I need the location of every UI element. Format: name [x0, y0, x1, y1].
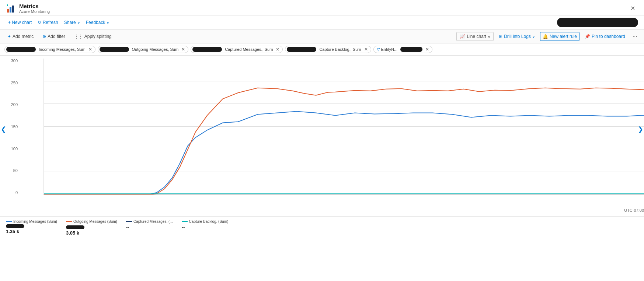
add-filter-icon: ⊕: [42, 34, 46, 39]
legend-item-captured: Captured Messages. (... --: [126, 219, 173, 230]
new-alert-label: New alert rule: [550, 34, 577, 39]
red-line: [44, 88, 644, 194]
outgoing-label: Outgoing Messages, Sum: [132, 47, 179, 52]
apply-splitting-label: Apply splitting: [84, 34, 112, 39]
chart-wrapper: 0 50 100 150 200 250 300: [0, 59, 644, 206]
add-filter-label: Add filter: [48, 34, 65, 39]
incoming-close-button[interactable]: ✕: [88, 47, 92, 52]
metrics-toolbar: ✦ Add metric ⊕ Add filter ⋮⋮ Apply split…: [0, 30, 644, 43]
svg-rect-0: [7, 9, 9, 13]
add-metric-button[interactable]: ✦ Add metric: [4, 32, 36, 41]
top-toolbar: + New chart ↻ Refresh Share ∨ Feedback ∨: [0, 15, 644, 30]
app-title-block: Metrics Azure Monitoring: [19, 3, 50, 14]
outgoing-redacted: [100, 47, 129, 52]
outgoing-close-button[interactable]: ✕: [181, 47, 185, 52]
drill-chevron: ∨: [532, 35, 535, 39]
legend-area: Incoming Messages (Sum) 1.35 k Outgoing …: [0, 216, 644, 239]
app-icon: [6, 3, 16, 14]
filter-icon: ▽: [377, 47, 380, 52]
refresh-button[interactable]: ↻ Refresh: [35, 18, 60, 27]
app-info: Metrics Azure Monitoring: [6, 3, 50, 14]
outgoing-legend-redacted: [66, 225, 84, 229]
metric-tag-incoming: Incoming Messages, Sum ✕: [4, 46, 95, 53]
add-filter-button[interactable]: ⊕ Add filter: [39, 32, 68, 41]
legend-item-incoming: Incoming Messages (Sum) 1.35 k: [6, 219, 57, 234]
chart-plot: 7:40: [43, 59, 644, 195]
legend-header-captured: Captured Messages. (...: [126, 219, 173, 224]
outgoing-legend-value: 3.05 k: [66, 230, 117, 236]
drill-icon: ⊞: [499, 34, 502, 39]
entity-label: EntityN...: [381, 47, 398, 52]
backlog-label: Capture Backlog., Sum: [319, 47, 361, 52]
y-label-0: 0: [0, 190, 21, 195]
incoming-legend-redacted: [6, 224, 24, 228]
svg-rect-3: [7, 4, 8, 6]
outgoing-legend-label: Outgoing Messages (Sum): [73, 219, 117, 224]
backlog-redacted: [287, 47, 316, 52]
entity-redacted: [400, 47, 422, 52]
legend-header-incoming: Incoming Messages (Sum): [6, 219, 57, 224]
app-subtitle: Azure Monitoring: [19, 9, 50, 14]
captured-close-button[interactable]: ✕: [276, 47, 279, 52]
captured-label: Captured Messages., Sum: [225, 47, 273, 52]
filter-bar: Incoming Messages, Sum ✕ Outgoing Messag…: [0, 43, 644, 56]
new-alert-rule-button[interactable]: 🔔 New alert rule: [540, 32, 579, 41]
drill-label: Drill into Logs: [504, 34, 531, 39]
metrics-toolbar-right: 📈 Line chart ∨ ⊞ Drill into Logs ∨ 🔔 New…: [456, 32, 640, 41]
legend-header-outgoing: Outgoing Messages (Sum): [66, 219, 117, 224]
svg-rect-1: [10, 7, 11, 13]
entity-close-button[interactable]: ✕: [425, 47, 429, 52]
splitting-icon: ⋮⋮: [74, 34, 83, 39]
incoming-legend-value: 1.35 k: [6, 229, 57, 234]
new-chart-button[interactable]: + New chart: [6, 18, 34, 27]
more-options-button[interactable]: ···: [630, 32, 640, 41]
captured-color-bar: [126, 221, 132, 222]
svg-rect-2: [12, 6, 14, 13]
pin-label: Pin to dashboard: [592, 34, 625, 39]
add-metric-label: Add metric: [13, 34, 34, 39]
backlog-close-button[interactable]: ✕: [364, 47, 368, 52]
metric-tag-outgoing: Outgoing Messages, Sum ✕: [98, 46, 189, 53]
share-button[interactable]: Share ∨: [62, 18, 82, 27]
incoming-label: Incoming Messages, Sum: [39, 47, 86, 52]
apply-splitting-button[interactable]: ⋮⋮ Apply splitting: [71, 32, 115, 41]
line-chart-button[interactable]: 📈 Line chart ∨: [456, 32, 494, 41]
incoming-redacted: [6, 47, 36, 52]
chart-svg: [44, 59, 644, 194]
share-label: Share: [64, 20, 76, 25]
captured-legend-value: --: [126, 224, 173, 230]
captured-redacted: [192, 47, 222, 52]
feedback-button[interactable]: Feedback ∨: [84, 18, 112, 27]
outgoing-value-row: [66, 224, 117, 229]
close-button[interactable]: ✕: [627, 3, 638, 13]
backlog-legend-label: Capture Backlog. (Sum): [189, 219, 229, 224]
metric-tag-backlog: Capture Backlog., Sum ✕: [285, 46, 371, 53]
y-label-300: 300: [0, 59, 21, 63]
feedback-chevron-icon: ∨: [107, 21, 109, 25]
title-bar: Metrics Azure Monitoring ✕: [0, 0, 644, 15]
pin-to-dashboard-button[interactable]: 📌 Pin to dashboard: [582, 32, 627, 41]
y-label-250: 250: [0, 81, 21, 85]
chart-area: ❮ ❯ 0 50 100 150 200 250 300: [0, 56, 644, 206]
chart-nav-right[interactable]: ❯: [638, 125, 643, 133]
captured-legend-label: Captured Messages. (...: [133, 219, 173, 224]
add-metric-icon: ✦: [7, 34, 11, 39]
outgoing-color-bar: [66, 221, 72, 222]
incoming-color-bar: [6, 221, 12, 222]
alert-icon: 🔔: [543, 34, 548, 39]
utc-label: UTC-07:00: [624, 208, 644, 212]
pin-icon: 📌: [585, 34, 590, 39]
entity-filter-tag: ▽ EntityN... ✕: [373, 46, 433, 53]
app-title: Metrics: [19, 3, 50, 9]
chart-nav-left[interactable]: ❮: [1, 125, 6, 133]
legend-item-outgoing: Outgoing Messages (Sum) 3.05 k: [66, 219, 117, 236]
drill-into-logs-button[interactable]: ⊞ Drill into Logs ∨: [497, 32, 537, 41]
legend-header-backlog: Capture Backlog. (Sum): [182, 219, 229, 224]
toolbar-redacted-area: [557, 18, 638, 27]
backlog-color-bar: [182, 221, 188, 222]
blue-line: [44, 112, 644, 194]
incoming-legend-label: Incoming Messages (Sum): [13, 219, 57, 224]
y-label-50: 50: [0, 168, 21, 173]
backlog-legend-value: --: [182, 224, 229, 230]
feedback-label: Feedback: [86, 20, 105, 25]
